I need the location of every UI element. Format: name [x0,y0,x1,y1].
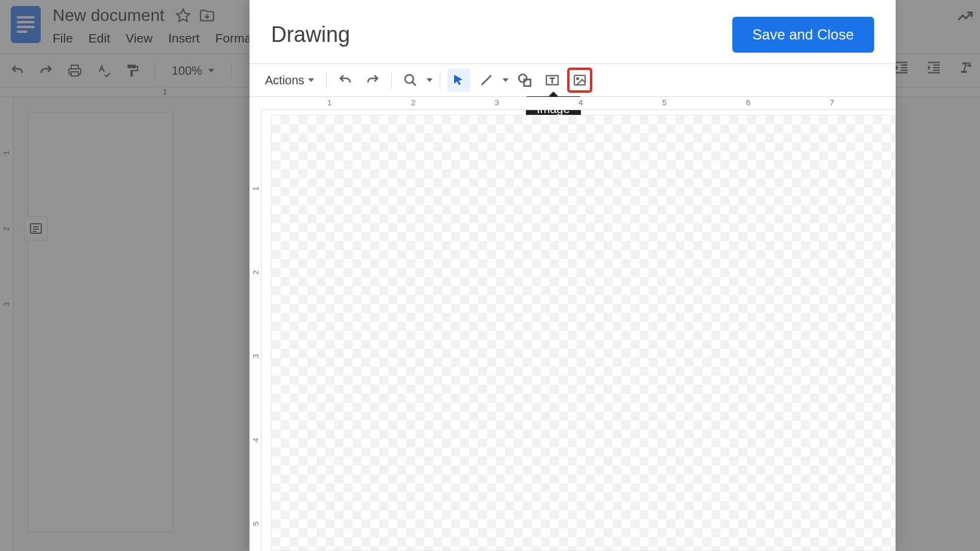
drawing-vertical-ruler: 1 2 3 4 5 [249,110,261,551]
drawing-canvas[interactable] [271,115,896,551]
textbox-tool-icon[interactable] [541,69,564,92]
svg-line-7 [412,82,416,86]
drawing-dialog: Drawing Save and Close Actions Image 1 2… [249,0,896,551]
line-tool-icon[interactable] [475,69,498,92]
image-tool-button[interactable] [568,69,591,92]
drawing-horizontal-ruler: 1 2 3 4 5 6 7 [261,97,896,110]
svg-point-13 [577,78,579,80]
redo-icon[interactable] [361,69,384,92]
zoom-icon[interactable] [399,69,422,92]
select-tool-icon[interactable] [448,69,470,92]
line-dropdown-icon[interactable] [503,78,509,82]
svg-point-9 [519,74,526,82]
drawing-title: Drawing [271,22,350,47]
undo-icon[interactable] [334,69,357,92]
shape-tool-icon[interactable] [513,69,536,92]
zoom-dropdown-icon[interactable] [427,78,433,82]
svg-point-6 [405,75,413,83]
save-and-close-button[interactable]: Save and Close [732,17,874,53]
actions-dropdown[interactable]: Actions [260,71,319,90]
svg-line-8 [482,75,491,85]
drawing-toolbar: Actions Image [249,63,896,97]
